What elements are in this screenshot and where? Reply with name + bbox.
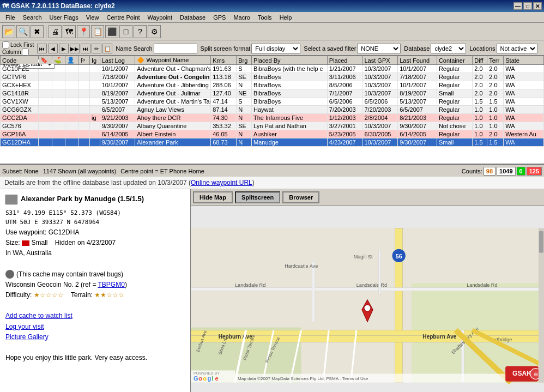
nav-fwd-btn[interactable]: ▶▶ (70, 44, 80, 53)
table-row[interactable]: GCP16A6/14/2005Albert Einstein46.05NAush… (1, 130, 544, 138)
menu-user-flags[interactable]: User Flags (46, 13, 82, 22)
difficulty-label: Difficulty: (5, 291, 32, 299)
split-screen-select[interactable]: Full display (251, 44, 300, 53)
count2: 1049 (497, 167, 515, 176)
menu-file[interactable]: File (2, 13, 19, 22)
menu-gps[interactable]: GPS (210, 13, 229, 22)
svg-text:g: g (207, 375, 211, 382)
svg-text:l: l (211, 375, 213, 382)
nav-prev-btn[interactable]: ◀ (48, 44, 58, 53)
toolbar-open-btn[interactable]: 📂 (2, 25, 15, 38)
menu-macro[interactable]: Macro (230, 13, 253, 22)
toolbar-print-btn[interactable]: 🖨 (49, 25, 62, 38)
col-container: Container (437, 56, 472, 65)
table-row[interactable]: GCTVP67/18/2007Adventure Out - Congelin1… (1, 73, 544, 81)
nav-last-btn[interactable]: ⏭ (81, 44, 90, 53)
difficulty-row: Difficulty: ★☆☆☆☆ Terrain: ★★☆☆☆ (5, 290, 185, 300)
col-kms: Kms (211, 56, 237, 65)
toolbar-square-btn[interactable]: □ (119, 25, 132, 38)
col-ig: Ig (89, 56, 100, 65)
col-placed: Placed (327, 56, 362, 65)
menu-centre-point[interactable]: Centre Point (103, 13, 143, 22)
size-value: Small (31, 239, 47, 246)
log-link[interactable]: Log your visit (5, 323, 44, 330)
size-info: Size: Small Hidden on 4/23/2007 (5, 238, 185, 248)
table-row[interactable]: GCG6GZX6/5/2007Agnuy Law Views87.14NHayw… (1, 106, 544, 114)
toolbar-img1-btn[interactable]: 🗺 (63, 25, 76, 38)
shown-label: 1147 Shown (all waypoints) (43, 168, 117, 174)
menu-database[interactable]: Database (177, 13, 209, 22)
detail-panel: Alexander Park by Manudge (1.5/1.5) S31°… (0, 189, 191, 392)
difficulty-stars: ★☆☆☆☆ (34, 291, 64, 299)
terrain-stars: ★★☆☆☆ (94, 291, 124, 299)
lock-first-checkbox[interactable] (2, 41, 9, 49)
toolbar-close-btn[interactable]: ✖ (31, 25, 44, 38)
splitscreen-button[interactable]: Splitscreen (235, 191, 280, 203)
svg-rect-14 (378, 250, 380, 294)
count3: 0 (517, 167, 525, 176)
database-select[interactable]: clyde2 (431, 44, 466, 53)
maximize-button[interactable]: □ (523, 2, 532, 10)
nav-copy-btn[interactable]: 📋 (102, 44, 112, 53)
nav-play-btn[interactable]: ▶ (59, 44, 69, 53)
svg-text:⊕: ⊕ (534, 371, 538, 377)
col-diff: Diff (473, 56, 487, 65)
filter-select[interactable]: NONE (357, 44, 401, 53)
database-label: Database (404, 45, 430, 52)
browser-button[interactable]: Browser (282, 191, 319, 203)
travel-bug-link[interactable]: TBPGM0 (98, 281, 125, 288)
minimize-button[interactable]: — (513, 2, 522, 10)
col-flag3: 👤 (65, 56, 78, 65)
col-terr: Terr (487, 56, 504, 65)
hide-map-button[interactable]: Hide Map (193, 191, 233, 203)
nav-first-btn[interactable]: ⏮ (37, 44, 47, 53)
toolbar-search-btn[interactable]: 🔍 (16, 25, 29, 38)
svg-text:Landsdale Rd: Landsdale Rd (235, 282, 265, 288)
lock-first-label: Lock First (10, 42, 34, 48)
column-label: Column (2, 49, 21, 55)
menu-view[interactable]: View (83, 13, 102, 22)
online-waypoint-link[interactable]: Online waypoint URL (191, 179, 252, 186)
table-row[interactable]: GCC2DAig9/21/2003Ahoy there DCR74.30NThe… (1, 114, 544, 122)
nav-edit-btn[interactable]: ✏ (92, 44, 101, 53)
bottom-container: Details are from the offline database la… (0, 177, 544, 392)
menu-search[interactable]: Search (20, 13, 45, 22)
svg-text:Map data ©2007 MapData Science: Map data ©2007 MapData Sciences Pty Ltd,… (238, 376, 368, 381)
app-icon: 🗺 (2, 2, 9, 10)
gallery-link[interactable]: Picture Gallery (5, 333, 49, 341)
svg-rect-49 (539, 231, 543, 253)
col-last-log: Last Log (100, 56, 135, 65)
toolbar-img3-btn[interactable]: 📋 (91, 25, 104, 38)
close-button[interactable]: ✕ (533, 2, 542, 10)
name-search-input[interactable] (154, 44, 197, 53)
table-row[interactable]: GC1418R8/19/2007Adventure Out - Julimar1… (1, 89, 544, 98)
filter-label: Select a saved filter (304, 45, 356, 52)
svg-text:Hardcastle Ave: Hardcastle Ave (285, 263, 318, 269)
table-scroll[interactable]: Code 🔖 ⛳ 👤 🏳 Ig Last Log 🔶 Waypoint Name… (0, 56, 544, 162)
col-flag4: 🏳 (78, 56, 90, 65)
menu-bar: File Search User Flags View Centre Point… (0, 12, 544, 23)
travel-bug-notice: (This cache may contain travel bugs) (16, 269, 123, 280)
table-row[interactable]: GCX+HEX10/1/2007Adventure Out - Jibberdi… (1, 81, 544, 89)
column-checkbox[interactable] (22, 49, 29, 56)
svg-text:Hepburn Ave: Hepburn Ave (422, 334, 457, 340)
toolbar-settings-btn[interactable]: ⚙ (148, 25, 161, 38)
hidden-date: Hidden on 4/23/2007 (55, 239, 116, 246)
menu-help[interactable]: Help (276, 13, 295, 22)
menu-waypoint[interactable]: Waypoint (144, 13, 176, 22)
toolbar-help-btn[interactable]: ? (134, 25, 147, 38)
locations-select[interactable]: Not active (497, 44, 537, 53)
locations-label: Locations (469, 45, 495, 52)
watch-link[interactable]: Add cache to watch list (5, 312, 72, 319)
table-row[interactable]: GC5769/30/2007Albany Quarantine353.32SEL… (1, 122, 544, 130)
table-row[interactable]: GC12DHA9/30/2007Alexander Park68.73NManu… (1, 138, 544, 147)
counts-label: Counts: (462, 168, 482, 174)
menu-tools[interactable]: Tools (255, 13, 275, 22)
col-flag1: 🔖 (39, 56, 52, 65)
toolbar-img4-btn[interactable]: ⬛ (105, 25, 118, 38)
toolbar-img2-btn[interactable]: 📍 (77, 25, 90, 38)
table-row[interactable]: GCV1XW5/13/2007Adventure Out - Martin's … (1, 98, 544, 106)
table-row[interactable]: GC10FZE10/1/2007Adventure Out - Chapman'… (1, 65, 544, 73)
size-color-box (22, 240, 29, 246)
cache-name: Alexander Park by Manudge (1.5/1.5) (21, 194, 144, 205)
